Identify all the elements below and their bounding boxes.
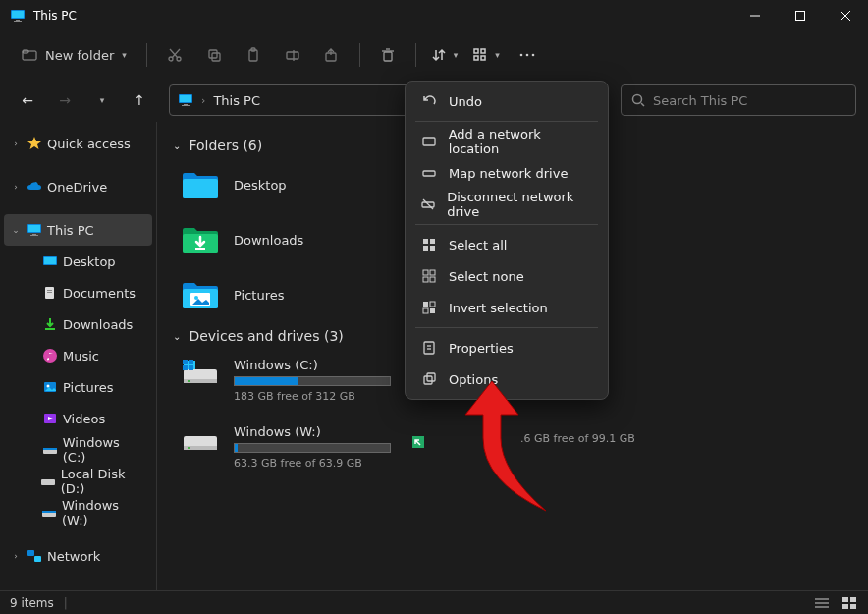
share-button[interactable] [314, 37, 350, 73]
chevron-right-icon[interactable]: › [10, 551, 22, 561]
drive-icon [40, 473, 57, 490]
sidebar-item-local-disk-d[interactable]: ›Local Disk (D:) [4, 466, 152, 497]
menu-select-all[interactable]: Select all [409, 229, 604, 260]
separator [415, 121, 598, 122]
close-button[interactable] [823, 0, 868, 31]
recent-locations-button[interactable]: ▾ [86, 84, 118, 116]
menu-invert-selection[interactable]: Invert selection [409, 292, 604, 323]
more-button[interactable] [510, 37, 545, 73]
separator [415, 327, 598, 328]
svg-rect-42 [44, 257, 56, 264]
maximize-button[interactable] [778, 0, 823, 31]
drive-icon [181, 424, 220, 456]
group-label: Folders (6) [189, 138, 262, 153]
details-view-button[interactable] [813, 595, 831, 611]
sidebar-item-documents[interactable]: ›Documents [4, 277, 152, 308]
chevron-down-icon: ⌄ [173, 140, 181, 151]
sidebar-item-pictures[interactable]: ›Pictures [4, 371, 152, 403]
menu-undo[interactable]: Undo [409, 85, 604, 117]
svg-rect-88 [423, 239, 428, 244]
back-button[interactable]: ← [12, 84, 43, 116]
svg-point-49 [47, 385, 50, 388]
menu-disconnect-network-drive[interactable]: Disconnect network drive [409, 189, 604, 220]
up-button[interactable]: ↑ [124, 84, 155, 116]
svg-rect-92 [423, 270, 428, 275]
sidebar-item-label: Documents [63, 286, 136, 301]
sidebar-item-music[interactable]: ›Music [4, 340, 152, 371]
sidebar-item-quick-access[interactable]: › Quick access [4, 128, 152, 159]
sidebar-item-network[interactable]: › Network [4, 540, 152, 572]
sidebar-item-windows-w[interactable]: ›Windows (W:) [4, 497, 152, 529]
menu-properties[interactable]: Properties [409, 332, 604, 363]
sidebar-item-label: Videos [63, 412, 105, 426]
chevron-down-icon[interactable]: ⌄ [10, 225, 22, 235]
svg-rect-2 [16, 20, 20, 21]
menu-options[interactable]: Options [409, 363, 604, 395]
svg-point-30 [532, 54, 535, 57]
svg-rect-89 [430, 239, 435, 244]
drive-free-text: 63.3 GB free of 63.9 GB [234, 457, 391, 470]
svg-rect-34 [182, 105, 190, 106]
large-icons-view-button[interactable] [841, 595, 858, 611]
sidebar-item-videos[interactable]: ›Videos [4, 403, 152, 434]
svg-line-36 [641, 103, 644, 106]
rename-button[interactable] [275, 37, 310, 73]
drive-free-text: 183 GB free of 312 GB [234, 390, 391, 403]
forward-button[interactable]: → [49, 84, 81, 116]
search-input[interactable]: Search This PC [621, 84, 856, 116]
svg-point-66 [188, 380, 190, 382]
chevron-right-icon[interactable]: › [10, 182, 22, 192]
sidebar-item-windows-c[interactable]: ›Windows (C:) [4, 434, 152, 466]
drive-icon [41, 441, 59, 459]
network-icon [26, 547, 43, 565]
sidebar-item-label: Pictures [63, 380, 113, 395]
svg-rect-70 [189, 360, 193, 364]
sidebar-item-onedrive[interactable]: › OneDrive [4, 171, 152, 202]
sidebar-item-label: OneDrive [47, 180, 107, 195]
sort-button[interactable]: ▾ [426, 37, 464, 73]
menu-add-network-location[interactable]: Add a network location [409, 126, 604, 157]
sidebar-item-downloads[interactable]: ›Downloads [4, 308, 152, 340]
svg-rect-98 [423, 308, 428, 313]
drive-usage-bar [234, 376, 391, 386]
star-icon [26, 135, 43, 152]
svg-rect-93 [430, 270, 435, 275]
breadcrumb-location[interactable]: This PC [213, 93, 260, 108]
folder-label: Desktop [234, 178, 287, 193]
new-folder-button[interactable]: New folder ▾ [12, 37, 136, 73]
sidebar-item-this-pc[interactable]: ⌄ This PC [4, 214, 152, 246]
menu-label: Select none [449, 269, 524, 284]
sidebar-item-label: Windows (W:) [62, 498, 146, 528]
svg-rect-46 [45, 328, 55, 330]
svg-rect-80 [842, 597, 848, 602]
menu-select-none[interactable]: Select none [409, 260, 604, 292]
breadcrumb-sep: › [201, 94, 205, 107]
status-bar: 9 items | [0, 590, 868, 614]
svg-rect-15 [212, 53, 220, 61]
sidebar-item-desktop[interactable]: ›Desktop [4, 246, 152, 277]
menu-label: Properties [449, 341, 514, 356]
copy-button[interactable] [196, 37, 232, 73]
svg-rect-99 [430, 308, 435, 313]
separator [146, 43, 147, 67]
desktop-folder-icon [181, 169, 220, 200]
onedrive-icon [26, 178, 43, 195]
drive-windows-w[interactable]: Windows (W:) 63.3 GB free of 63.9 GB [177, 420, 852, 474]
paste-button[interactable] [236, 37, 271, 73]
svg-rect-5 [796, 12, 805, 21]
cut-button[interactable] [157, 37, 192, 73]
separator [415, 224, 598, 225]
drive-shortcut-icon [412, 436, 424, 448]
svg-rect-24 [474, 49, 478, 53]
select-none-icon [421, 268, 437, 284]
minimize-button[interactable] [732, 0, 778, 31]
chevron-right-icon[interactable]: › [10, 139, 22, 148]
search-icon [631, 93, 645, 107]
menu-map-network-drive[interactable]: Map network drive [409, 157, 604, 189]
svg-rect-40 [30, 235, 38, 236]
svg-rect-33 [184, 104, 188, 105]
delete-button[interactable] [370, 37, 406, 73]
svg-point-47 [43, 349, 57, 363]
view-button[interactable]: ▾ [467, 37, 506, 73]
sidebar-item-label: This PC [47, 223, 94, 238]
